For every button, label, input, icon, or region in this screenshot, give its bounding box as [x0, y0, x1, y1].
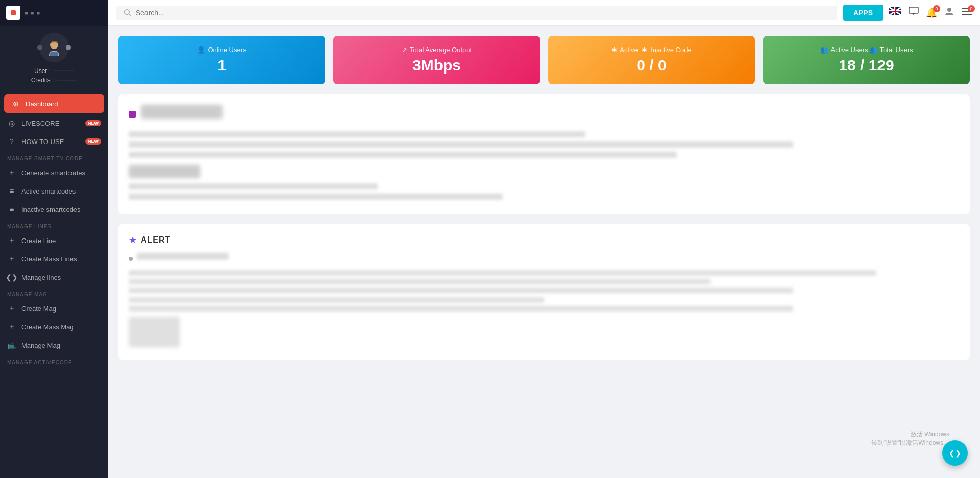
svg-line-3 [129, 14, 131, 16]
section-activecode: MANAGE ACTIVECODE [0, 354, 108, 367]
users-label: 👥 Active Users 👥 Total Users [820, 46, 913, 54]
svg-point-14 [947, 8, 951, 12]
logo-icon [6, 6, 20, 20]
alert-dot [129, 257, 133, 261]
plus-icon-mass-mag: ＋ [7, 322, 16, 331]
float-action-button[interactable]: ❮❯ [942, 440, 968, 466]
dashboard-body: 👤 Online Users 1 ↗ Total Average Output … [108, 26, 980, 478]
monitor-svg [909, 7, 919, 16]
plus-icon-generate: ＋ [7, 168, 16, 177]
alert-row-3 [129, 288, 793, 293]
avatar-container [39, 33, 69, 62]
sidebar-item-create-mass-mag[interactable]: ＋ Create Mass Mag [0, 318, 108, 336]
online-users-label: 👤 Online Users [197, 46, 246, 54]
user-row: User : [34, 67, 74, 75]
manage-lines-label: Manage lines [21, 274, 61, 281]
blurred-row-1 [129, 131, 585, 137]
alert-blurred-header [137, 253, 229, 260]
hamburger-menu-icon[interactable]: 0 [962, 7, 972, 18]
avatar-icon [45, 38, 63, 57]
sidebar-item-how-to-use[interactable]: ? HOW TO USE NEW [0, 132, 108, 151]
logo-red-block [11, 10, 16, 15]
chevron-icon-lines: ❮❯ [7, 273, 16, 282]
alert-section: ★ ALERT [118, 224, 970, 360]
user-menu-icon[interactable] [944, 6, 954, 19]
chart-icon-stat: ↗ [402, 46, 407, 54]
help-icon: ? [7, 137, 16, 146]
blurred-subblock [129, 165, 200, 178]
blurred-row-5 [129, 194, 503, 200]
stat-card-online-users: 👤 Online Users 1 [118, 36, 325, 84]
logo-text: ■ ■ ■ [24, 10, 40, 16]
stat-card-users: 👥 Active Users 👥 Total Users 18 / 129 [763, 36, 970, 84]
search-wrap[interactable] [116, 6, 837, 20]
livescore-badge: NEW [85, 120, 101, 126]
sidebar-item-manage-mag[interactable]: 📺 Manage Mag [0, 336, 108, 354]
sidebar-item-create-mag[interactable]: ＋ Create Mag [0, 299, 108, 318]
user-value [54, 70, 74, 71]
stat-card-output: ↗ Total Average Output 3Mbps [333, 36, 540, 84]
sidebar: ■ ■ ■ User : [0, 0, 108, 478]
output-label: ↗ Total Average Output [402, 46, 472, 54]
blurred-title [141, 105, 223, 119]
user-credits-section: User : Credits : [0, 26, 108, 89]
livescore-label: LIVESCORE [21, 119, 59, 127]
notifications-icon[interactable]: 🔔 0 [926, 7, 937, 18]
how-to-use-label: HOW TO USE [21, 138, 64, 146]
svg-point-2 [124, 9, 129, 14]
users-value: 18 / 129 [839, 57, 894, 74]
svg-rect-11 [909, 7, 918, 13]
codes-value: 0 / 0 [636, 57, 666, 74]
avatar-dot-left [37, 45, 42, 50]
active-smartcodes-label: Active smartcodes [21, 187, 76, 195]
search-icon [124, 9, 132, 17]
credits-row: Credits : [31, 77, 78, 84]
create-mass-mag-label: Create Mass Mag [21, 323, 74, 331]
sidebar-item-create-mass-lines[interactable]: ＋ Create Mass Lines [0, 250, 108, 268]
section-smarttv: MANAGE SMART TV CODE [0, 151, 108, 163]
credits-label: Credits : [31, 77, 54, 84]
message-count: 0 [968, 5, 975, 12]
livescore-icon: ◎ [7, 118, 16, 128]
alert-star-icon: ★ [129, 234, 137, 246]
users-icon-stat: 👥 [820, 46, 828, 54]
avatar [39, 33, 69, 62]
main-content: APPS [108, 0, 980, 478]
sidebar-item-livescore[interactable]: ◎ LIVESCORE NEW [0, 114, 108, 132]
sidebar-nav: ⊕ Dashboard ◎ LIVESCORE NEW ? HOW TO USE… [0, 89, 108, 478]
apps-button[interactable]: APPS [843, 5, 883, 21]
sidebar-item-create-line[interactable]: ＋ Create Line [0, 231, 108, 250]
generate-smartcodes-label: Generate smartcodes [21, 169, 85, 177]
alert-row-4 [129, 297, 544, 303]
section-mag: MANAGE MAG [0, 286, 108, 299]
topbar: APPS [108, 0, 980, 26]
sidebar-item-generate-smartcodes[interactable]: ＋ Generate smartcodes [0, 163, 108, 182]
tv-icon-mag: 📺 [7, 341, 16, 350]
plus-icon-mag: ＋ [7, 304, 16, 313]
dashboard-icon: ⊕ [11, 99, 20, 108]
alert-row-2 [129, 279, 710, 284]
blurred-row-4 [129, 183, 378, 189]
sidebar-item-inactive-smartcodes[interactable]: ≡ Inactive smartcodes [0, 200, 108, 219]
search-input[interactable] [136, 9, 830, 17]
plus-icon-line: ＋ [7, 236, 16, 245]
codes-label: ✱ Active ✱ Inactive Code [611, 46, 691, 54]
sidebar-item-dashboard[interactable]: ⊕ Dashboard [4, 94, 104, 113]
alert-blurred-image [129, 317, 180, 347]
monitor-icon[interactable] [909, 7, 919, 18]
content-area [118, 94, 970, 214]
topbar-icons: 🔔 0 0 [889, 6, 972, 19]
user-icon-stat: 👤 [197, 46, 205, 54]
sidebar-item-manage-lines[interactable]: ❮❯ Manage lines [0, 268, 108, 286]
alert-header: ★ ALERT [129, 234, 960, 246]
section-lines: MANAGE LINES [0, 219, 108, 231]
manage-mag-label: Manage Mag [21, 342, 60, 349]
output-value: 3Mbps [412, 57, 461, 74]
alert-content [129, 253, 960, 349]
code-icon-stat: ✱ [611, 46, 617, 54]
sidebar-item-active-smartcodes[interactable]: ≡ Active smartcodes [0, 182, 108, 200]
alert-row-1 [129, 270, 876, 276]
stat-cards: 👤 Online Users 1 ↗ Total Average Output … [118, 36, 970, 84]
language-flag-icon[interactable] [889, 7, 901, 18]
alert-title: ALERT [141, 235, 170, 245]
